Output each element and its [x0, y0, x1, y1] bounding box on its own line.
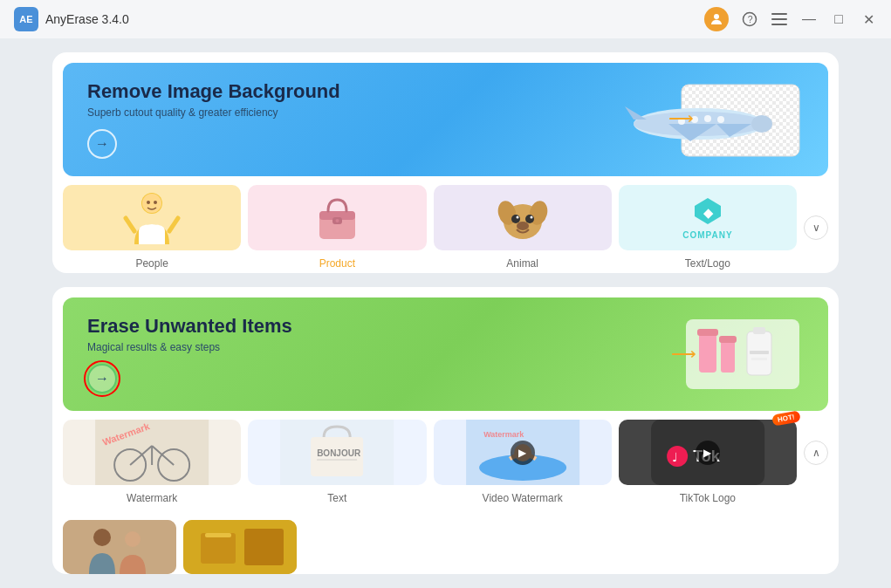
- textlogo-label: Text/Logo: [685, 257, 730, 270]
- text-thumbnail: BONJOUR: [248, 420, 426, 485]
- category-textlogo[interactable]: ◆ COMPANY Text/Logo: [619, 185, 797, 270]
- svg-point-38: [517, 222, 529, 230]
- banner-subtitle: Superb cutout quality & greater efficien…: [87, 106, 340, 119]
- section2-chevron-button[interactable]: ∧: [804, 441, 828, 465]
- video-watermark-label: Video Watermark: [483, 492, 563, 504]
- watermark-thumbnail: Watermark: [63, 420, 241, 485]
- erase-items-card: Erase Unwanted Items Magical results & e…: [52, 287, 839, 574]
- svg-point-17: [704, 115, 711, 122]
- section1-chevron-button[interactable]: ∨: [804, 215, 828, 240]
- close-button[interactable]: ✕: [860, 10, 877, 28]
- svg-text:Watermark: Watermark: [483, 430, 524, 439]
- svg-point-72: [125, 531, 141, 547]
- app-icon: AE: [14, 7, 38, 31]
- svg-text:⟶: ⟶: [671, 344, 696, 363]
- svg-rect-48: [753, 327, 765, 334]
- user-avatar[interactable]: [704, 7, 729, 31]
- svg-text:?: ?: [748, 14, 753, 24]
- colorful-thumbnail: [183, 520, 297, 574]
- svg-rect-45: [719, 336, 737, 343]
- svg-marker-14: [625, 106, 647, 120]
- outdoor-thumbnail: [63, 520, 176, 574]
- erase-items-arrow-button[interactable]: →: [87, 364, 117, 393]
- svg-point-30: [335, 219, 339, 222]
- text-label: Text: [327, 492, 346, 504]
- category-video-watermark[interactable]: Watermark ▶ Video Watermark: [434, 420, 612, 504]
- airplane-illustration: ⟶: [612, 80, 804, 159]
- restore-button[interactable]: □: [830, 10, 847, 28]
- svg-text:⟶: ⟶: [668, 108, 694, 127]
- video-play-button[interactable]: ▶: [511, 441, 535, 465]
- category-watermark[interactable]: Watermark Watermark: [63, 420, 241, 504]
- svg-rect-42: [699, 333, 716, 373]
- svg-point-71: [93, 529, 111, 546]
- svg-point-35: [525, 215, 534, 223]
- category-people[interactable]: People: [63, 185, 241, 270]
- product-thumbnail: [248, 185, 426, 250]
- svg-rect-75: [244, 529, 284, 565]
- help-button[interactable]: ?: [741, 10, 758, 28]
- svg-text:BONJOUR: BONJOUR: [317, 448, 361, 458]
- category-tiktok-logo[interactable]: ♩ Tok HOT! ▶ TikTok Logo: [619, 420, 797, 504]
- svg-point-36: [516, 215, 518, 218]
- svg-point-37: [530, 215, 532, 218]
- svg-point-19: [751, 115, 772, 133]
- svg-line-23: [169, 218, 178, 231]
- svg-rect-44: [721, 340, 735, 373]
- people-thumbnail: [63, 185, 241, 250]
- minimize-button[interactable]: —: [800, 10, 818, 28]
- svg-rect-5: [771, 24, 787, 25]
- menu-button[interactable]: [771, 10, 788, 28]
- svg-point-26: [154, 201, 157, 204]
- titlebar-controls: ? — □ ✕: [704, 7, 877, 31]
- svg-rect-43: [697, 329, 718, 336]
- svg-point-25: [147, 201, 150, 204]
- titlebar: AE AnyErase 3.4.0 ? — □ ✕: [0, 0, 891, 38]
- tiktok-logo-thumbnail: ♩ Tok HOT! ▶: [619, 420, 797, 485]
- products-illustration: ⟶: [620, 316, 804, 393]
- erase-items-banner: Erase Unwanted Items Magical results & e…: [63, 297, 828, 411]
- svg-point-34: [511, 215, 520, 223]
- erase-banner-subtitle: Magical results & easy steps: [87, 341, 292, 353]
- erase-banner-illustration: ⟶: [620, 316, 804, 393]
- category-product[interactable]: Product: [248, 185, 426, 270]
- svg-rect-76: [205, 533, 231, 537]
- svg-point-18: [717, 116, 724, 123]
- tiktok-play-button[interactable]: ▶: [696, 441, 720, 465]
- svg-text:♩: ♩: [672, 450, 678, 464]
- erase-banner-title: Erase Unwanted Items: [87, 315, 292, 338]
- svg-rect-50: [751, 358, 767, 360]
- textlogo-thumbnail: ◆ COMPANY: [619, 185, 797, 250]
- watermark-label: Watermark: [127, 492, 177, 504]
- category-text[interactable]: BONJOUR Text: [248, 420, 426, 504]
- banner-title: Remove Image Background: [87, 80, 340, 103]
- erase-banner-text-left: Erase Unwanted Items Magical results & e…: [87, 315, 292, 393]
- tiktok-label: TikTok Logo: [680, 492, 736, 504]
- svg-rect-49: [750, 351, 769, 354]
- titlebar-left: AE AnyErase 3.4.0: [14, 7, 129, 31]
- category-row-2: Watermark Watermark BONJOUR: [52, 411, 839, 516]
- category-row-1: People Product: [52, 176, 839, 273]
- app-title: AnyErase 3.4.0: [45, 12, 129, 26]
- bottom-people-outdoor[interactable]: [63, 520, 176, 574]
- svg-text:◆: ◆: [702, 206, 713, 220]
- people-label: People: [135, 257, 168, 270]
- svg-point-0: [714, 14, 719, 19]
- bottom-colorful-object[interactable]: [183, 520, 297, 574]
- category-animal[interactable]: Animal: [434, 185, 612, 270]
- svg-rect-4: [771, 18, 787, 20]
- remove-background-banner: Remove Image Background Superb cutout qu…: [63, 63, 828, 176]
- animal-label: Animal: [506, 257, 538, 270]
- svg-rect-3: [771, 13, 787, 15]
- svg-line-22: [126, 218, 134, 231]
- main-content: Remove Image Background Superb cutout qu…: [0, 38, 891, 588]
- video-watermark-thumbnail: Watermark ▶: [434, 420, 612, 485]
- svg-rect-70: [63, 520, 176, 574]
- svg-rect-74: [201, 533, 236, 564]
- banner-illustration: ⟶: [612, 80, 804, 159]
- product-label: Product: [319, 257, 355, 270]
- remove-background-card: Remove Image Background Superb cutout qu…: [52, 52, 839, 273]
- remove-background-arrow-button[interactable]: →: [87, 129, 117, 159]
- animal-thumbnail: [434, 185, 612, 250]
- banner-text-left: Remove Image Background Superb cutout qu…: [87, 80, 340, 159]
